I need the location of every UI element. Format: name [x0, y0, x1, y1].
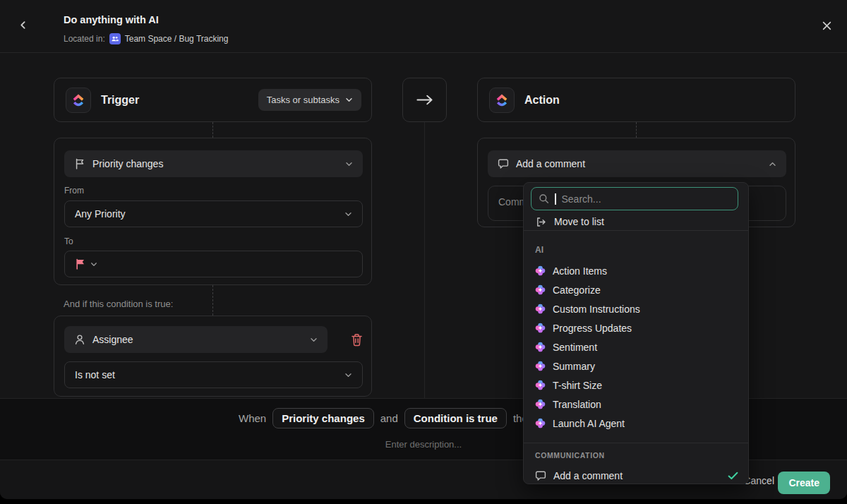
condition-card: Assignee Is not set	[54, 316, 372, 397]
trigger-event-label: Priority changes	[92, 158, 338, 169]
chevron-down-icon	[344, 373, 352, 378]
trash-icon	[351, 333, 363, 347]
ai-sparkle-icon	[535, 399, 546, 409]
search-placeholder: Search...	[562, 193, 601, 205]
ai-sparkle-icon	[535, 284, 546, 295]
dropdown-item-launch-ai-agent[interactable]: Launch AI Agent	[524, 414, 748, 433]
dropdown-item-summary[interactable]: Summary	[524, 356, 748, 376]
dropdown-item-move-to-list[interactable]: Move to list	[524, 212, 748, 231]
dropdown-search-input[interactable]: Search...	[531, 187, 738, 210]
delete-condition-button[interactable]	[351, 333, 363, 349]
located-in-label: Located in:	[64, 34, 105, 44]
trigger-connector	[212, 122, 213, 138]
condition-field-select[interactable]: Assignee	[64, 326, 328, 353]
ai-sparkle-icon	[535, 418, 546, 428]
ai-sparkle-icon	[535, 304, 546, 314]
dropdown-divider	[524, 443, 748, 443]
priority-flag-icon	[75, 258, 86, 270]
to-priority-select[interactable]	[64, 251, 363, 277]
dropdown-item-label: Action Items	[553, 265, 607, 277]
dropdown-item-label: Move to list	[554, 216, 604, 227]
dropdown-item-label: Launch AI Agent	[553, 418, 625, 429]
to-label: To	[64, 236, 73, 246]
trigger-event-select[interactable]: Priority changes	[64, 150, 363, 177]
create-button[interactable]: Create	[778, 472, 830, 494]
close-icon	[822, 21, 831, 30]
condition-connector	[212, 285, 213, 316]
dropdown-item-custom-instructions[interactable]: Custom Instructions	[524, 299, 748, 318]
action-card-title: Action	[524, 94, 785, 107]
ai-sparkle-icon	[535, 323, 546, 333]
comment-icon	[535, 470, 546, 481]
close-button[interactable]	[822, 21, 831, 32]
clickup-logo-icon	[494, 92, 510, 108]
back-button[interactable]	[20, 20, 26, 32]
clickup-logo-icon	[71, 92, 86, 108]
action-type-label: Add a comment	[516, 158, 762, 169]
trigger-config-card: Priority changes From Any Priority To	[54, 138, 372, 285]
ai-sparkle-icon	[535, 361, 546, 371]
dropdown-item-label: Progress Updates	[553, 323, 632, 334]
text-caret	[555, 193, 556, 205]
modal-header: Do anything with AI Located in: Team Spa…	[0, 0, 847, 53]
search-icon	[539, 193, 549, 204]
chevron-left-icon	[20, 20, 26, 30]
arrow-connector-box	[402, 78, 447, 122]
modal-title: Do anything with AI	[64, 14, 159, 25]
move-to-list-icon	[535, 217, 547, 227]
trigger-scope-label: Tasks or subtasks	[267, 95, 340, 105]
chevron-down-icon	[90, 262, 97, 267]
dropdown-item-label: Translation	[553, 399, 601, 410]
ai-section-header: AI	[535, 245, 543, 255]
chevron-down-icon	[345, 162, 353, 167]
dropdown-item-label: Categorize	[553, 284, 601, 296]
trigger-card-title: Trigger	[101, 94, 248, 107]
action-connector	[636, 122, 637, 138]
trigger-card: Trigger Tasks or subtasks	[54, 78, 372, 122]
clickup-logo	[66, 88, 91, 113]
communication-section-header: COMMUNICATION	[535, 451, 605, 460]
comment-icon	[498, 158, 509, 169]
chevron-up-icon	[769, 162, 776, 167]
flag-icon	[74, 158, 85, 169]
flow-connector-line	[424, 122, 425, 398]
dropdown-item-translation[interactable]: Translation	[524, 395, 748, 414]
summary-chip-trigger[interactable]: Priority changes	[272, 408, 374, 428]
dropdown-item-sentiment[interactable]: Sentiment	[524, 337, 748, 356]
space-icon	[109, 33, 121, 44]
action-dropdown: Search... Move to list AI Action Items C…	[523, 182, 749, 484]
ai-items-list: Action Items Categorize Custom Instructi…	[524, 261, 748, 433]
dropdown-item-tshirt-size[interactable]: T-shirt Size	[524, 376, 748, 395]
when-word: When	[239, 412, 266, 424]
clickup-logo	[489, 88, 515, 113]
from-priority-select[interactable]: Any Priority	[64, 200, 363, 227]
dropdown-item-action-items[interactable]: Action Items	[524, 261, 748, 280]
condition-operator-label: Is not set	[75, 369, 337, 380]
dropdown-item-label: Add a comment	[553, 470, 623, 481]
ai-sparkle-icon	[535, 265, 546, 276]
arrow-right-icon	[416, 94, 434, 106]
summary-chip-condition[interactable]: Condition is true	[404, 408, 507, 428]
chevron-down-icon	[310, 337, 318, 342]
space-path[interactable]: Team Space / Bug Tracking	[125, 34, 229, 44]
dropdown-item-progress-updates[interactable]: Progress Updates	[524, 318, 748, 337]
from-label: From	[64, 186, 84, 196]
and-word: and	[380, 412, 398, 424]
trigger-scope-select[interactable]: Tasks or subtasks	[258, 89, 361, 111]
dropdown-item-label: Custom Instructions	[553, 304, 640, 315]
condition-operator-select[interactable]: Is not set	[64, 361, 363, 388]
chevron-down-icon	[345, 97, 353, 102]
action-card: Action	[477, 78, 795, 122]
automation-modal: Do anything with AI Located in: Team Spa…	[0, 0, 847, 499]
dropdown-divider	[524, 230, 748, 231]
ai-sparkle-icon	[535, 380, 546, 390]
breadcrumb: Located in: Team Space / Bug Tracking	[64, 33, 228, 44]
chevron-down-icon	[344, 212, 352, 217]
dropdown-item-add-a-comment[interactable]: Add a comment	[524, 467, 748, 484]
dropdown-item-label: Summary	[553, 361, 595, 372]
dropdown-item-label: Sentiment	[553, 342, 597, 353]
action-type-select[interactable]: Add a comment	[488, 150, 786, 177]
condition-field-label: Assignee	[92, 334, 303, 345]
dropdown-item-categorize[interactable]: Categorize	[524, 280, 748, 299]
dropdown-item-label: T-shirt Size	[553, 380, 602, 391]
